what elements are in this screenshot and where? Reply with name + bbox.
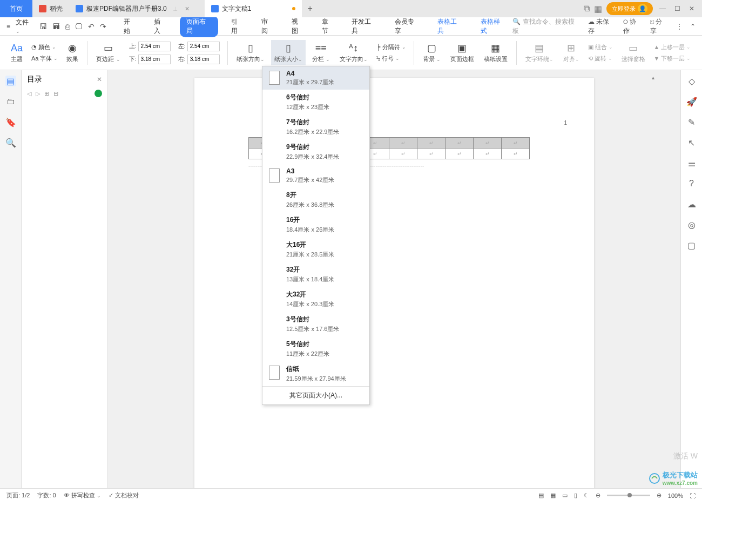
page-size-button[interactable]: ▯纸张大小⌄ (271, 40, 306, 65)
search-input[interactable]: 🔍 查找命令、搜索模板 (512, 17, 580, 36)
paper-size-option[interactable]: A329.7厘米 x 42厘米 (262, 164, 369, 187)
tab-review[interactable]: 审阅 (257, 16, 279, 37)
zoom-in[interactable]: ⊕ (657, 492, 662, 499)
selpane-button[interactable]: ▭选择窗格 (618, 40, 649, 65)
cloud-icon[interactable]: ☁ (686, 199, 697, 210)
font-button[interactable]: Aa 字体 ⌄ (29, 53, 60, 64)
margin-button[interactable]: ▭页边距 ⌄ (93, 40, 123, 65)
view-outline-icon[interactable]: ▯ (574, 492, 577, 499)
tab-docke[interactable]: 稻壳 (32, 0, 69, 17)
word-count[interactable]: 字数: 0 (37, 491, 56, 500)
paper-size-option[interactable]: 32开13厘米 x 18.4厘米 (262, 262, 369, 287)
tab-doc[interactable]: 文字文稿1 (205, 0, 302, 17)
draft-button[interactable]: ▦稿纸设置 (481, 40, 511, 65)
cursor-icon[interactable]: ↖ (686, 137, 697, 148)
scroll-up[interactable]: ▴ (649, 75, 657, 80)
orientation-button[interactable]: ▯纸张方向⌄ (233, 40, 268, 65)
tab-dev[interactable]: 开发工具 (347, 16, 382, 37)
undo-icon[interactable]: ↶ (88, 22, 94, 31)
maximize-button[interactable]: ☐ (672, 3, 683, 15)
view-web-icon[interactable]: ▦ (550, 492, 556, 499)
share-button[interactable]: ⏍ 分享 (650, 17, 669, 36)
slider-icon[interactable]: ⚌ (686, 158, 697, 168)
effect-button[interactable]: ◉效果 (63, 40, 82, 65)
folder-icon[interactable]: 🗀 (5, 96, 16, 107)
other-size-option[interactable]: 其它页面大小(A)... (262, 386, 369, 404)
margin-top[interactable]: 上: (127, 40, 173, 52)
spellcheck[interactable]: 👁 拼写检查 ⌄ (64, 491, 101, 500)
saveas-icon[interactable]: 🖬 (52, 22, 60, 31)
view-page-icon[interactable]: ▤ (538, 492, 544, 499)
color-button[interactable]: ◔ 颜色 ⌄ (29, 42, 60, 52)
paper-size-option[interactable]: 6号信封12厘米 x 23厘米 (262, 90, 369, 114)
add-icon[interactable]: ⊞ (44, 90, 49, 97)
outline-icon[interactable]: ▤ (5, 76, 16, 86)
zoom-out[interactable]: ⊖ (596, 492, 600, 499)
paper-size-option[interactable]: 3号信封12.5厘米 x 17.6厘米 (262, 312, 369, 336)
minimize-button[interactable]: — (657, 3, 668, 15)
close-button[interactable]: ✕ (687, 3, 697, 15)
margin-left[interactable]: 左: (176, 40, 222, 52)
tab-ref[interactable]: 引用 (227, 16, 248, 37)
tab-pdf[interactable]: 极速PDF编辑器用户手册3.0 ⟂ ✕ (69, 0, 205, 17)
search-icon[interactable]: 🔍 (5, 137, 16, 148)
target-icon[interactable]: ◎ (686, 219, 697, 230)
grid-icon[interactable]: ▦ (594, 4, 602, 14)
tab-home[interactable]: 首页 (0, 0, 32, 17)
zoom-value[interactable]: 100% (668, 492, 683, 499)
rocket-icon[interactable]: 🚀 (686, 96, 697, 107)
tab-insert[interactable]: 插入 (150, 16, 171, 37)
tab-table-style[interactable]: 表格样式 (476, 16, 511, 37)
pen-icon[interactable]: ✎ (686, 117, 697, 127)
tab-member[interactable]: 会员专享 (390, 16, 425, 37)
tab-layout[interactable]: 页面布局 (180, 16, 219, 37)
tab-view[interactable]: 视图 (287, 16, 309, 37)
remove-icon[interactable]: ⊟ (53, 90, 58, 97)
login-button[interactable]: 立即登录 👤 (606, 2, 653, 15)
paper-size-option[interactable]: 5号信封11厘米 x 22厘米 (262, 336, 369, 361)
save-icon[interactable]: 🖫 (39, 22, 47, 31)
paper-size-option[interactable]: 9号信封22.9厘米 x 32.4厘米 (262, 139, 369, 164)
pin-icon[interactable]: ⟂ (173, 5, 177, 12)
margin-bottom[interactable]: 下: (127, 53, 173, 65)
menu-icon[interactable]: ≡ (6, 23, 10, 30)
preview-icon[interactable]: 🖵 (75, 22, 83, 31)
paper-size-option[interactable]: 信纸21.59厘米 x 27.94厘米 (262, 361, 369, 386)
collapse-icon[interactable]: ◁ (27, 90, 31, 97)
margin-right[interactable]: 右: (176, 53, 222, 65)
paper-size-option[interactable]: 8开26厘米 x 36.8厘米 (262, 187, 369, 212)
paper-size-option[interactable]: 7号信封16.2厘米 x 22.9厘米 (262, 114, 369, 139)
bookmark-icon[interactable]: 🔖 (5, 117, 16, 127)
tab-add[interactable]: + (302, 4, 318, 14)
collab-button[interactable]: ୦ 协作 (623, 17, 643, 36)
view-read-icon[interactable]: ▭ (562, 492, 568, 499)
box-icon[interactable]: ⧉ (584, 4, 590, 14)
more-icon[interactable]: ⋮ (676, 23, 683, 30)
proofread[interactable]: ✓ 文档校对 (109, 491, 139, 500)
zoom-slider[interactable] (607, 495, 650, 496)
paper-size-option[interactable]: 大32开14厘米 x 20.3厘米 (262, 287, 369, 312)
close-icon[interactable]: ✕ (97, 76, 102, 83)
align-button[interactable]: ⊞对齐⌄ (560, 40, 583, 65)
breaks-button[interactable]: ╞ 分隔符 ⌄ (374, 42, 408, 52)
doc-icon[interactable]: ▢ (686, 240, 697, 251)
textdir-button[interactable]: ᴬ↕文字方向⌄ (336, 40, 371, 65)
file-menu[interactable]: 文件 ⌄ (16, 18, 34, 35)
fit-icon[interactable]: ⛶ (690, 492, 696, 499)
tab-table-tools[interactable]: 表格工具 (433, 16, 468, 37)
background-button[interactable]: ▢背景 ⌄ (420, 40, 444, 65)
theme-button[interactable]: Aa主题 (8, 40, 26, 65)
lineno-button[interactable]: ¹₂ 行号 ⌄ (374, 53, 408, 64)
page-count[interactable]: 页面: 1/2 (6, 491, 30, 500)
paper-size-option[interactable]: 大16开21厘米 x 28.5厘米 (262, 237, 369, 262)
tab-section[interactable]: 章节 (318, 16, 339, 37)
paper-size-option[interactable]: A421厘米 x 29.7厘米 (262, 66, 369, 90)
paper-size-option[interactable]: 16开18.4厘米 x 26厘米 (262, 212, 369, 237)
night-icon[interactable]: ☾ (584, 492, 589, 499)
redo-icon[interactable]: ↷ (100, 22, 106, 31)
settings-icon[interactable]: ◇ (686, 76, 697, 86)
expand-icon[interactable]: ▷ (36, 90, 40, 97)
columns-button[interactable]: ≡≡分栏 ⌄ (309, 40, 333, 65)
collapse-icon[interactable]: ⌃ (690, 23, 696, 30)
unsaved-status[interactable]: ☁ 未保存 (588, 17, 616, 36)
